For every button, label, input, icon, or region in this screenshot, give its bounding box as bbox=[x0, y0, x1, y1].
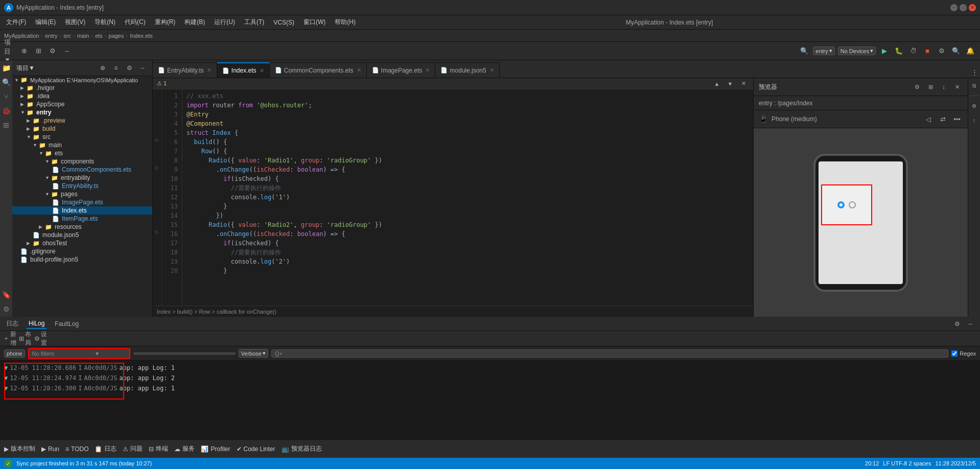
verbose-dropdown[interactable]: Verbose ▾ bbox=[239, 349, 268, 358]
tab-close-commoncomp[interactable]: ✕ bbox=[357, 67, 361, 74]
close-button[interactable]: ✕ bbox=[969, 4, 976, 11]
title-bar-controls[interactable]: ─ □ ✕ bbox=[950, 4, 976, 11]
search2-icon[interactable]: 🔍 bbox=[950, 45, 962, 57]
warning-close-icon[interactable]: ✕ bbox=[738, 78, 749, 89]
tab-close-imagepage[interactable]: ✕ bbox=[425, 67, 430, 74]
panel-close-icon[interactable]: ✕ bbox=[951, 81, 963, 92]
regex-toggle[interactable]: Regex bbox=[951, 350, 976, 357]
menu-view[interactable]: 视图(V) bbox=[61, 17, 89, 28]
tree-item-resources[interactable]: ▶ 📁 resources bbox=[12, 223, 152, 231]
log-add-btn[interactable]: ＋新增 bbox=[4, 333, 15, 344]
log-search-input[interactable]: Q+ bbox=[271, 349, 948, 358]
panel-icon1[interactable]: ⚙ bbox=[912, 81, 923, 92]
maximize-button[interactable]: □ bbox=[960, 4, 967, 11]
bottom-panel-close-icon[interactable]: – bbox=[965, 318, 976, 330]
extensions-icon[interactable]: ⊞ bbox=[1, 120, 12, 131]
action-todo[interactable]: ≡ TODO bbox=[65, 445, 88, 453]
tree-item-entryabilityts[interactable]: 📄 EntryAbility.ts bbox=[12, 182, 152, 190]
bottom-panel-settings-icon[interactable]: ⚙ bbox=[951, 318, 963, 330]
tab-faultlog[interactable]: FaultLog bbox=[53, 319, 81, 329]
tab-index[interactable]: 📄 Index.ets ✕ bbox=[217, 62, 270, 78]
tree-item-ohostest[interactable]: ▶ 📁 ohosTest bbox=[12, 239, 152, 247]
tab-close-entryability[interactable]: ✕ bbox=[207, 67, 212, 74]
stop-button[interactable]: ■ bbox=[922, 45, 933, 57]
sidebar-add-icon[interactable]: ⊕ bbox=[97, 62, 108, 74]
tree-item-myapp[interactable]: ▼ 📁 MyApplication E:\HarmonyOS\MyApplica… bbox=[12, 76, 152, 84]
settings-icon[interactable]: ⚙ bbox=[936, 45, 947, 57]
code-lines[interactable]: // xxx.ets import router from '@ohos.rou… bbox=[182, 89, 753, 306]
tree-item-commoncomp[interactable]: 📄 CommonComponents.ets bbox=[12, 166, 152, 174]
tab-log[interactable]: 日志 bbox=[4, 318, 20, 329]
breadcrumb-file[interactable]: Index.ets bbox=[130, 33, 153, 39]
tab-entryability[interactable]: 📄 EntryAbility.ts ✕ bbox=[153, 62, 217, 78]
menu-window[interactable]: 窗口(W) bbox=[299, 17, 330, 28]
tree-item-imagepage[interactable]: 📄 ImagePage.ets bbox=[12, 198, 152, 206]
tab-modulejson5[interactable]: 📄 module.json5 ✕ bbox=[435, 62, 499, 78]
tree-item-src[interactable]: ▼ 📁 src bbox=[12, 133, 152, 141]
minimize-button[interactable]: ─ bbox=[950, 4, 958, 11]
toolbar-settings-icon[interactable]: ⚙ bbox=[47, 45, 58, 57]
action-version-control[interactable]: ▶ 版本控制 bbox=[4, 444, 35, 453]
tree-item-appscope[interactable]: ▶ 📁 AppScope bbox=[12, 100, 152, 108]
menu-tools[interactable]: 工具(T) bbox=[240, 17, 268, 28]
tab-hilog[interactable]: HiLog bbox=[27, 319, 46, 329]
action-run[interactable]: ▶ Run bbox=[41, 445, 59, 453]
tree-item-entry[interactable]: ▼ 📁 entry bbox=[12, 108, 152, 116]
breadcrumb-pages[interactable]: pages bbox=[109, 33, 124, 39]
tab-imagepage[interactable]: 📄 ImagePage.ets ✕ bbox=[367, 62, 436, 78]
tab-close-index[interactable]: ✕ bbox=[260, 67, 264, 74]
toolbar-collapse-icon[interactable]: – bbox=[61, 45, 73, 57]
warning-down-icon[interactable]: ▼ bbox=[725, 78, 736, 89]
tree-item-ets[interactable]: ▼ 📁 ets bbox=[12, 149, 152, 157]
tab-close-modulejson5[interactable]: ✕ bbox=[489, 67, 494, 74]
device-filter-dropdown[interactable]: phone bbox=[4, 349, 25, 358]
run-button[interactable]: ▶ bbox=[879, 45, 890, 57]
explorer-icon[interactable]: 📁 bbox=[1, 62, 12, 74]
device-more-icon[interactable]: ••• bbox=[951, 113, 963, 125]
right-icon-1[interactable]: ⚙ bbox=[969, 100, 980, 111]
toolbar-add-icon[interactable]: ⊕ bbox=[18, 45, 30, 57]
devices-dropdown[interactable]: No Devices ▾ bbox=[838, 46, 876, 55]
device-back-icon[interactable]: ◁ bbox=[923, 113, 934, 125]
action-codelinter[interactable]: ✔ Code Linter bbox=[237, 445, 275, 453]
tree-item-buildprofile[interactable]: 📄 build-profile.json5 bbox=[12, 255, 152, 264]
tree-item-itempage[interactable]: 📄 ItemPage.ets bbox=[12, 215, 152, 223]
tab-commoncomp[interactable]: 📄 CommonComponents.ets ✕ bbox=[270, 62, 367, 78]
debug-button[interactable]: 🐛 bbox=[893, 45, 904, 57]
tree-item-hvigor[interactable]: ▶ 📁 .hvigor bbox=[12, 84, 152, 92]
action-services[interactable]: ☁ 服务 bbox=[174, 444, 195, 453]
log-layout-btn[interactable]: ⊞布局 bbox=[19, 333, 31, 344]
sidebar-collapse-all[interactable]: ≡ bbox=[110, 62, 122, 74]
git-icon[interactable]: ⑂ bbox=[1, 91, 12, 102]
tabs-more-icon[interactable]: ⋮ bbox=[969, 66, 980, 78]
breadcrumb-src[interactable]: src bbox=[63, 33, 71, 39]
action-preview-log[interactable]: 📺 预览器日志 bbox=[282, 444, 322, 453]
panel-icon2[interactable]: ⊞ bbox=[925, 81, 936, 92]
debug-rail-icon[interactable]: 🐞 bbox=[1, 105, 12, 116]
breadcrumb-main[interactable]: main bbox=[77, 33, 89, 39]
tree-item-build[interactable]: ▶ 📁 build bbox=[12, 125, 152, 133]
device-rotate-icon[interactable]: ⇄ bbox=[937, 113, 948, 125]
regex-checkbox[interactable] bbox=[951, 350, 958, 357]
menu-build[interactable]: 构建(B) bbox=[180, 17, 209, 28]
menu-run[interactable]: 运行(U) bbox=[210, 17, 239, 28]
menu-help[interactable]: 帮助(H) bbox=[331, 17, 360, 28]
menu-edit[interactable]: 编辑(E) bbox=[31, 17, 60, 28]
tree-item-gitignore[interactable]: 📄 .gitignore bbox=[12, 247, 152, 255]
search-icon[interactable]: 🔍 bbox=[799, 45, 810, 57]
search-filter-dropdown[interactable] bbox=[133, 353, 236, 355]
entry-dropdown[interactable]: entry ▾ bbox=[813, 46, 834, 55]
search-rail-icon[interactable]: 🔍 bbox=[1, 77, 12, 88]
profile-button[interactable]: ⏱ bbox=[907, 45, 919, 57]
tree-item-entryability[interactable]: ▼ 📁 entryability bbox=[12, 174, 152, 182]
project-dropdown[interactable]: 项目▼ bbox=[4, 45, 15, 57]
action-terminal[interactable]: ⊟ 终端 bbox=[149, 444, 168, 453]
sidebar-close-icon[interactable]: – bbox=[137, 62, 148, 74]
menu-refactor[interactable]: 重构(R) bbox=[151, 17, 180, 28]
breadcrumb-ets[interactable]: ets bbox=[95, 33, 103, 39]
right-icon-2[interactable]: ↕ bbox=[969, 114, 980, 126]
panel-icon3[interactable]: ↕ bbox=[938, 81, 949, 92]
breadcrumb-entry[interactable]: entry bbox=[45, 33, 57, 39]
menu-file[interactable]: 文件(F) bbox=[2, 17, 30, 28]
menu-nav[interactable]: 导航(N) bbox=[90, 17, 120, 28]
